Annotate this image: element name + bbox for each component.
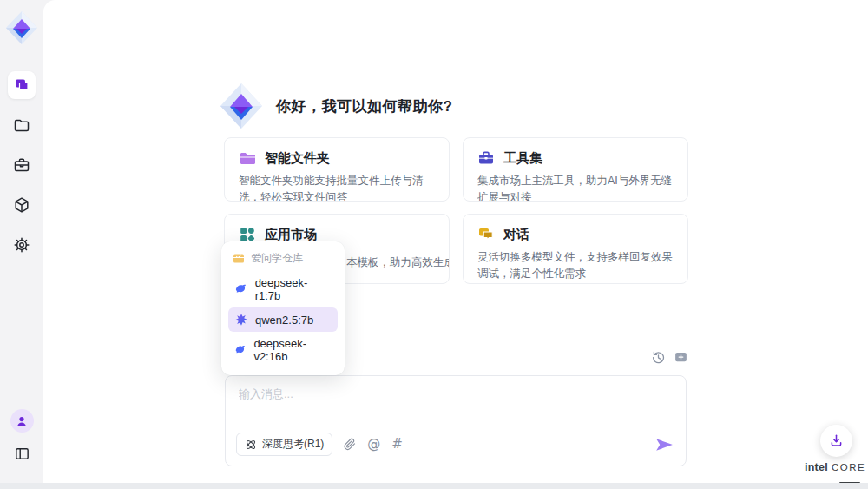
briefcase-icon [13,156,30,174]
model-option-label: deepseek-r1:7b [255,276,332,302]
model-option-label: qwen2.5:7b [255,314,313,327]
deep-think-button[interactable]: 深度思考(R1) [236,433,332,456]
model-option-deepseek-r1[interactable]: deepseek-r1:7b [228,271,338,307]
app-logo [5,10,38,45]
chat-icon [13,76,30,94]
card-desc-visible-fragment: 本模板，助力高效生成多 [346,255,450,270]
cube-icon [13,196,30,214]
greeting-logo [220,83,263,129]
sidebar [0,0,43,483]
sidebar-item-models[interactable] [8,191,36,219]
history-button[interactable] [651,350,666,365]
qwen-icon [234,313,248,327]
history-icon [651,350,666,365]
user-avatar[interactable] [10,409,34,433]
panel-toggle-button[interactable] [8,439,36,467]
greeting-block: 你好，我可以如何帮助你? [220,83,452,129]
new-chat-icon [674,350,688,365]
panel-toggle-icon [14,446,30,462]
send-button[interactable] [655,438,674,452]
briefcase-icon [477,149,495,167]
conversation-actions [651,350,688,365]
card-title: 对话 [503,227,529,243]
window-bottom-edge [0,483,868,489]
deep-think-label: 深度思考(R1) [262,437,324,452]
model-group-header: 爱问学仓库 [228,248,338,271]
send-icon [655,438,674,452]
gear-icon [13,236,30,254]
model-option-deepseek-v2[interactable]: deepseek-v2:16b [228,332,338,368]
new-chat-button[interactable] [674,350,688,365]
model-option-label: deepseek-v2:16b [253,337,332,363]
card-conversation[interactable]: 对话 灵活切换多模型文件，支持多样回复效果调试，满足个性化需求 [463,214,688,284]
message-input[interactable] [239,387,673,426]
card-title: 工具集 [503,150,542,167]
core-wordmark: core [832,462,865,472]
attach-button[interactable] [344,438,356,451]
page-title: 你好，我可以如何帮助你? [276,96,452,116]
model-repo-icon [233,253,245,265]
hash-icon: # [391,438,403,451]
sidebar-item-settings[interactable] [8,231,36,259]
deepseek-icon [234,282,248,296]
app-grid-icon [239,226,256,243]
card-title: 智能文件夹 [265,150,330,167]
download-icon [828,433,845,449]
model-option-qwen[interactable]: qwen2.5:7b [228,307,338,332]
model-dropdown: 爱问学仓库 deepseek-r1:7b qwen2.5:7b deepseek… [221,241,345,375]
folder-icon [13,116,30,134]
model-group-label: 爱问学仓库 [251,251,303,266]
card-desc: 灵活切换多模型文件，支持多样回复效果调试，满足个性化需求 [477,249,674,282]
sidebar-item-files[interactable] [8,111,36,139]
topic-button[interactable]: # [391,438,403,451]
sidebar-item-chat[interactable] [8,71,36,99]
deepseek-icon [234,343,247,357]
mention-button[interactable]: @ [367,438,380,451]
sidebar-item-toolbox[interactable] [8,151,36,179]
deep-think-icon [245,439,257,451]
card-desc: 智能文件夹功能支持批量文件上传与清洗，轻松实现文件问答 [239,173,435,202]
card-desc: 集成市场上主流工具，助力AI与外界无缝扩展与对接 [477,173,674,202]
composer: 深度思考(R1) @ # [225,375,687,466]
chat-bubbles-icon [477,226,495,243]
card-toolset[interactable]: 工具集 集成市场上主流工具，助力AI与外界无缝扩展与对接 [463,137,688,202]
paperclip-icon [344,438,356,451]
card-title: 应用市场 [265,227,317,243]
user-icon [15,414,29,428]
download-fab[interactable] [820,425,852,457]
intel-wordmark: intel [805,461,828,473]
card-smart-folder[interactable]: 智能文件夹 智能文件夹功能支持批量文件上传与清洗，轻松实现文件问答 [224,137,450,202]
at-icon: @ [367,438,380,451]
composer-toolbar: 深度思考(R1) @ # [236,433,674,456]
folder-icon [239,149,256,167]
